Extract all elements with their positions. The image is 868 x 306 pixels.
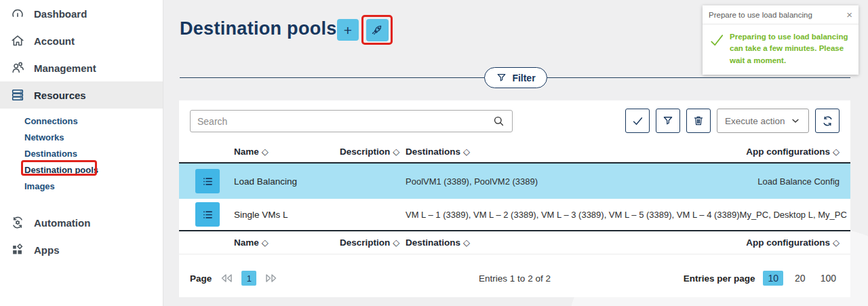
row-details-button[interactable] <box>195 169 220 193</box>
delete-button[interactable] <box>686 109 711 133</box>
sort-icon: ◇ <box>833 237 840 248</box>
chevron-down-icon <box>790 115 801 126</box>
refresh-icon <box>821 115 834 128</box>
trash-icon <box>692 115 705 127</box>
filter-button[interactable]: Filter <box>484 67 547 88</box>
next-icon[interactable] <box>265 273 277 283</box>
sidebar-item-label: Apps <box>34 244 60 256</box>
page-label: Page <box>190 273 212 284</box>
submenu-item-networks[interactable]: Networks <box>0 129 163 145</box>
server-icon <box>10 88 25 102</box>
notification-toast: Prepare to use load balancing × Preparin… <box>703 5 859 75</box>
toast-message: Preparing to use load balancing can take… <box>730 31 852 66</box>
column-header-description[interactable]: Description◇ <box>340 147 406 157</box>
filter-funnel-icon <box>662 115 674 127</box>
pagination-bar: Page 1 Entries 1 to 2 of 2 Entries per p… <box>179 259 850 297</box>
entries-per-page-label: Entries per page <box>684 273 755 284</box>
cell-destinations: PoolVM1 (3389), PoolVM2 (3389) <box>406 176 749 187</box>
submenu-item-connections[interactable]: Connections <box>0 113 163 129</box>
table-row[interactable]: Single VMs L VM L – 1 (3389), VM L – 2 (… <box>179 199 850 231</box>
sidebar-item-resources[interactable]: Resources <box>0 81 163 109</box>
per-page-option-20[interactable]: 20 <box>791 271 809 286</box>
search-input[interactable] <box>191 116 492 127</box>
cell-name: Load Balancing <box>234 176 340 187</box>
execute-action-dropdown[interactable]: Execute action <box>717 109 809 133</box>
sort-icon: ◇ <box>463 147 470 157</box>
sidebar-item-label: Management <box>34 62 96 74</box>
sidebar-item-label: Resources <box>34 90 86 101</box>
destination-pools-table: Name◇ Description◇ Destinations◇ App con… <box>179 141 850 254</box>
rocket-icon <box>370 23 384 37</box>
row-details-button[interactable] <box>195 202 220 227</box>
search-box <box>190 110 513 132</box>
toast-title: Prepare to use load balancing <box>709 11 812 19</box>
column-header-name[interactable]: Name◇ <box>234 237 340 248</box>
toast-header: Prepare to use load balancing × <box>703 5 859 24</box>
submenu-item-destination-pools[interactable]: Destination pools <box>0 161 163 178</box>
column-header-description[interactable]: Description◇ <box>340 237 406 248</box>
sidebar-item-dashboard[interactable]: Dashboard <box>0 0 163 27</box>
sort-icon: ◇ <box>393 147 399 157</box>
submenu-item-label: Destinations <box>24 149 77 159</box>
column-header-app-configurations[interactable]: App configurations◇ <box>746 237 850 248</box>
cell-app-configurations: My_PC, Desktop L, My_PC <box>740 210 850 220</box>
sidebar-item-label: Automation <box>34 217 90 229</box>
home-icon <box>10 33 25 48</box>
sort-icon: ◇ <box>262 237 269 248</box>
per-page-option-10[interactable]: 10 <box>763 271 783 286</box>
list-icon <box>201 175 214 188</box>
filter-toolbar-button[interactable] <box>656 109 680 133</box>
sidebar-item-apps[interactable]: Apps <box>0 236 163 263</box>
submenu-item-label: Destination pools <box>24 165 98 175</box>
search-icon[interactable] <box>492 115 505 128</box>
entries-info: Entries 1 to 2 of 2 <box>479 273 551 284</box>
filter-label: Filter <box>512 73 535 83</box>
page-title: Destination pools <box>180 18 337 39</box>
table-toolbar: Execute action <box>625 109 840 133</box>
column-header-destinations[interactable]: Destinations◇ <box>406 147 746 157</box>
sort-icon: ◇ <box>262 147 269 157</box>
current-page-button[interactable]: 1 <box>241 271 256 286</box>
per-page-option-100[interactable]: 100 <box>817 271 840 286</box>
table-footer-header-row: Name◇ Description◇ Destinations◇ App con… <box>179 231 850 254</box>
filter-funnel-icon <box>496 72 507 83</box>
submenu-item-images[interactable]: Images <box>0 178 163 194</box>
submenu-item-label: Images <box>24 181 55 191</box>
sidebar: Dashboard Account Management Re <box>0 0 163 306</box>
cell-app-configurations: Load Balance Config <box>749 176 850 187</box>
select-all-button[interactable] <box>625 109 650 133</box>
check-icon <box>631 115 644 128</box>
success-check-icon <box>709 33 724 66</box>
column-header-name[interactable]: Name◇ <box>234 147 340 157</box>
list-icon <box>201 208 214 221</box>
add-pool-button[interactable]: + <box>337 19 359 41</box>
sort-icon: ◇ <box>463 237 470 248</box>
table-row[interactable]: Load Balancing PoolVM1 (3389), PoolVM2 (… <box>179 164 850 199</box>
sidebar-item-label: Dashboard <box>34 8 87 20</box>
users-icon <box>10 60 25 75</box>
sidebar-item-label: Account <box>34 35 75 47</box>
sidebar-item-management[interactable]: Management <box>0 54 163 81</box>
refresh-button[interactable] <box>815 109 840 133</box>
toast-body: Preparing to use load balancing can take… <box>703 24 859 75</box>
load-balancing-rocket-button[interactable] <box>366 19 389 41</box>
sidebar-item-account[interactable]: Account <box>0 27 163 54</box>
submenu-item-label: Connections <box>24 116 78 126</box>
sort-icon: ◇ <box>393 237 399 248</box>
cell-destinations: VM L – 1 (3389), VM L – 2 (3389), VM L –… <box>406 210 740 220</box>
cell-name: Single VMs L <box>234 210 340 220</box>
gauge-icon <box>10 6 25 21</box>
sync-gear-icon <box>10 215 25 230</box>
apps-grid-icon <box>10 242 25 257</box>
destination-pools-panel: Execute action Name◇ Description◇ Destin… <box>179 100 850 297</box>
sort-icon: ◇ <box>833 147 840 157</box>
submenu-item-label: Networks <box>24 132 64 142</box>
column-header-app-configurations[interactable]: App configurations◇ <box>746 147 850 157</box>
sidebar-item-automation[interactable]: Automation <box>0 209 163 236</box>
close-icon[interactable]: × <box>846 9 852 20</box>
column-header-destinations[interactable]: Destinations◇ <box>406 237 746 248</box>
annotation-box-rocket <box>361 15 393 45</box>
execute-action-label: Execute action <box>725 116 785 126</box>
prev-icon[interactable] <box>220 273 233 283</box>
submenu-item-destinations[interactable]: Destinations <box>0 145 163 161</box>
